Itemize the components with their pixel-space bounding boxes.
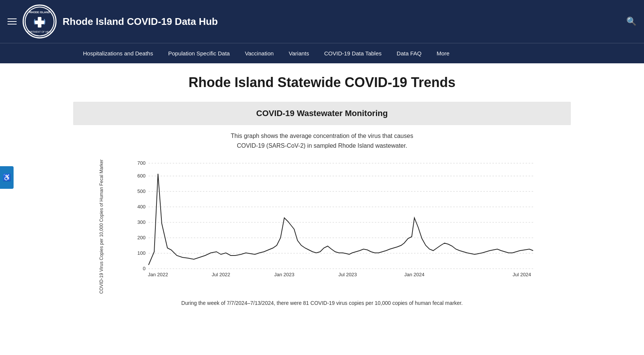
svg-rect-4 bbox=[34, 21, 45, 24]
nav-more[interactable]: More bbox=[429, 43, 457, 63]
svg-text:300: 300 bbox=[137, 219, 146, 225]
nav-data-faq[interactable]: Data FAQ bbox=[389, 43, 429, 63]
nav-data-tables[interactable]: COVID-19 Data Tables bbox=[317, 43, 389, 63]
y-axis-label: COVID-19 Virus Copies per 10,000 Copies … bbox=[96, 159, 118, 294]
chart-area: 0 100 200 300 400 500 600 700 Jan 2022 J… bbox=[118, 159, 548, 294]
nav-vaccination[interactable]: Vaccination bbox=[237, 43, 281, 63]
section-description: This graph shows the average concentrati… bbox=[73, 131, 571, 150]
svg-text:Jan 2022: Jan 2022 bbox=[148, 272, 168, 277]
nav-population-specific[interactable]: Population Specific Data bbox=[161, 43, 237, 63]
chart-footer-note: During the week of 7/7/2024–7/13/2024, t… bbox=[73, 300, 571, 306]
chart-svg: 0 100 200 300 400 500 600 700 Jan 2022 J… bbox=[118, 159, 548, 280]
main-nav: Hospitalizations and Deaths Population S… bbox=[0, 43, 644, 63]
main-content: Rhode Island Statewide COVID-19 Trends C… bbox=[58, 63, 586, 317]
nav-variants[interactable]: Variants bbox=[281, 43, 317, 63]
svg-text:200: 200 bbox=[137, 235, 146, 240]
accessibility-icon: ♿ bbox=[3, 173, 11, 182]
wastewater-line bbox=[149, 174, 533, 265]
section-header: COVID-19 Wastewater Monitoring bbox=[73, 102, 571, 125]
svg-text:500: 500 bbox=[137, 188, 146, 194]
nav-hospitalizations-deaths[interactable]: Hospitalizations and Deaths bbox=[75, 43, 161, 63]
svg-text:Jul 2024: Jul 2024 bbox=[512, 272, 531, 277]
search-button[interactable]: 🔍 bbox=[626, 17, 636, 26]
svg-text:700: 700 bbox=[137, 160, 146, 166]
svg-text:Jul 2022: Jul 2022 bbox=[212, 272, 230, 277]
accessibility-button[interactable]: ♿ bbox=[0, 166, 14, 189]
svg-text:DEPARTMENT OF HEALTH: DEPARTMENT OF HEALTH bbox=[25, 31, 55, 33]
site-title: Rhode Island COVID-19 Data Hub bbox=[63, 16, 218, 28]
svg-text:Jan 2023: Jan 2023 bbox=[274, 272, 294, 277]
svg-text:600: 600 bbox=[137, 173, 146, 179]
svg-text:RHODE ISLAND: RHODE ISLAND bbox=[29, 11, 50, 14]
site-header: RHODE ISLAND DEPARTMENT OF HEALTH Rhode … bbox=[0, 0, 644, 63]
wastewater-chart: COVID-19 Virus Copies per 10,000 Copies … bbox=[96, 159, 548, 294]
svg-text:0: 0 bbox=[143, 266, 146, 271]
svg-text:Jul 2023: Jul 2023 bbox=[338, 272, 357, 277]
svg-text:Jan 2024: Jan 2024 bbox=[404, 272, 425, 277]
svg-text:400: 400 bbox=[137, 204, 146, 210]
page-title: Rhode Island Statewide COVID-19 Trends bbox=[73, 75, 571, 90]
hamburger-menu[interactable] bbox=[8, 18, 17, 24]
site-logo: RHODE ISLAND DEPARTMENT OF HEALTH bbox=[23, 5, 57, 38]
svg-text:100: 100 bbox=[137, 250, 146, 256]
